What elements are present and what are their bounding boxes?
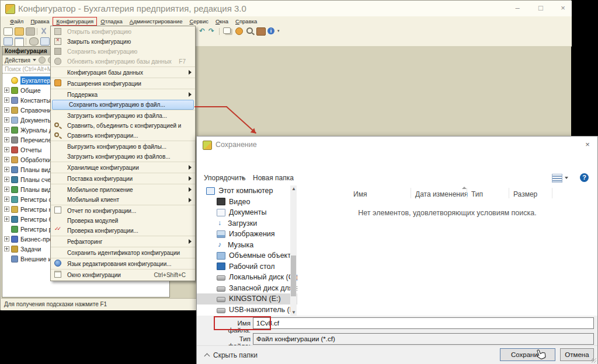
menu-item[interactable]: Сохранить конфигурацию xyxy=(51,47,195,57)
cut-icon[interactable] xyxy=(40,27,48,34)
menu-bar-item[interactable]: Окна xyxy=(212,17,232,26)
scroll-up-icon[interactable]: ▲ xyxy=(291,187,295,191)
column-header-type[interactable]: Тип xyxy=(471,190,483,198)
nav-scrollbar[interactable]: ▲ ▼ xyxy=(290,186,297,316)
filename-input[interactable]: 1Cv8.cf xyxy=(253,317,594,329)
menu-item[interactable]: Проверка модулей xyxy=(51,216,195,226)
menu-item[interactable]: Сохранить идентификатор конфигурации в ф… xyxy=(51,247,195,258)
help-icon[interactable]: ? xyxy=(580,173,589,182)
menu-bar-item[interactable]: Сервис xyxy=(186,17,212,26)
menu-item[interactable]: Обновить конфигурацию базы данных F7 xyxy=(51,57,195,66)
menu-item[interactable]: Хранилище конфигурации xyxy=(51,162,195,173)
menu-bar-item[interactable]: Администрирование xyxy=(126,17,186,26)
menu-item[interactable]: Поставка конфигурации xyxy=(51,173,195,184)
maximize-button[interactable]: □ xyxy=(532,3,550,13)
expand-icon[interactable] xyxy=(4,197,9,202)
menu-item[interactable]: Мобильное приложение xyxy=(51,184,195,195)
expand-icon[interactable] xyxy=(4,236,9,242)
scroll-down-icon[interactable]: ▼ xyxy=(291,310,295,314)
expand-icon[interactable] xyxy=(4,127,9,132)
nav-item[interactable]: Документы xyxy=(197,207,297,218)
expand-icon[interactable] xyxy=(4,177,9,182)
menu-item[interactable]: Сравнить, объединить с конфигурацией из … xyxy=(51,121,195,131)
minimize-button[interactable]: – xyxy=(509,3,526,13)
resize-grip[interactable] xyxy=(592,358,596,363)
view-mode-icon[interactable] xyxy=(552,174,562,183)
users-icon[interactable] xyxy=(235,27,243,35)
nav-item[interactable]: Видео xyxy=(197,197,297,208)
undo-icon[interactable]: ↶ xyxy=(199,27,205,34)
menu-item[interactable]: Загрузить конфигурацию из файлов... xyxy=(51,152,195,162)
nav-item[interactable]: Рабочий стол xyxy=(197,261,297,272)
menu-item[interactable]: Выгрузить конфигурацию в файлы... xyxy=(51,141,195,152)
menu-item[interactable]: Отчет по конфигурации... xyxy=(51,205,195,216)
cancel-button[interactable]: Отмена xyxy=(560,348,594,361)
menu-item[interactable]: Загрузить конфигурацию из файла... xyxy=(51,110,195,121)
menu-item[interactable]: Поддержка xyxy=(51,89,195,100)
menu-item[interactable]: Мобильный клиент xyxy=(51,195,195,205)
expand-icon[interactable] xyxy=(4,216,9,222)
expand-icon[interactable] xyxy=(4,117,9,123)
syntax-check-icon[interactable] xyxy=(246,27,253,34)
expand-icon[interactable] xyxy=(4,157,9,162)
expand-icon[interactable] xyxy=(4,88,9,93)
expand-icon[interactable] xyxy=(4,167,9,172)
view-mode-dropdown-icon[interactable] xyxy=(565,177,568,179)
table-window-icon[interactable] xyxy=(40,37,50,46)
menu-item[interactable]: Сравнить конфигурации... xyxy=(51,131,195,141)
nav-item[interactable]: Музыка xyxy=(197,240,297,251)
menu-bar-item[interactable]: Отладка xyxy=(97,17,126,26)
expand-icon[interactable] xyxy=(4,187,9,192)
hide-folders-button[interactable]: Скрыть папки xyxy=(205,351,258,359)
database-icon[interactable] xyxy=(29,37,39,46)
window-icon[interactable] xyxy=(15,37,24,47)
expand-icon[interactable] xyxy=(4,246,9,251)
nav-item[interactable]: USB-накопитель (I:) xyxy=(197,304,297,316)
toolbar-overflow-icon[interactable]: ▾ xyxy=(277,29,286,36)
new-folder-button[interactable]: Новая папка xyxy=(253,174,294,182)
menu-item[interactable]: Закрыть конфигурацию xyxy=(51,37,195,47)
expand-icon[interactable] xyxy=(4,206,9,212)
redo-icon[interactable]: ↷ xyxy=(208,27,214,34)
add-icon[interactable] xyxy=(39,57,46,64)
nav-item[interactable]: KINGSTON (E:) xyxy=(197,293,297,304)
info-icon[interactable]: i xyxy=(267,27,274,34)
menu-bar-item[interactable]: Файл xyxy=(6,17,27,26)
column-header-date[interactable]: Дата изменения xyxy=(415,190,468,198)
menu-item[interactable]: Рефакторинг xyxy=(51,236,195,247)
scroll-thumb[interactable] xyxy=(291,256,296,296)
nav-item[interactable]: Объемные объекты xyxy=(197,250,297,261)
organize-button[interactable]: Упорядочить xyxy=(204,174,245,182)
cascade-windows-icon[interactable] xyxy=(223,27,231,34)
column-header-name[interactable]: Имя xyxy=(353,190,367,198)
dialog-close-button[interactable]: × xyxy=(581,140,594,149)
menu-item[interactable]: Окно конфигурации Ctrl+Shift+C xyxy=(51,269,195,280)
menu-bar-item[interactable]: Конфигурация xyxy=(53,17,97,26)
table-icon[interactable] xyxy=(4,37,13,46)
expand-icon[interactable] xyxy=(4,147,9,152)
menu-item[interactable]: Проверка конфигурации... xyxy=(51,226,195,236)
menu-item[interactable]: Расширения конфигурации xyxy=(51,78,195,89)
expand-icon[interactable] xyxy=(4,137,9,142)
nav-item[interactable]: Загрузки xyxy=(197,218,297,229)
help-book-icon[interactable] xyxy=(256,27,266,36)
expand-icon[interactable] xyxy=(4,107,9,113)
filetype-select[interactable]: Файл конфигурации (*.cf) xyxy=(253,333,594,345)
menu-bar-item[interactable]: Правка xyxy=(27,17,53,26)
menu-item[interactable]: Сохранить конфигурацию в файл... xyxy=(52,100,194,110)
actions-dropdown-icon[interactable] xyxy=(33,59,36,61)
save-icon[interactable] xyxy=(26,27,35,36)
menu-item[interactable]: Конфигурация базы данных xyxy=(51,66,195,78)
column-header-size[interactable]: Размер xyxy=(513,190,537,198)
menu-item[interactable]: Открыть конфигурацию xyxy=(51,27,195,37)
menu-bar-item[interactable]: Справка xyxy=(232,17,260,26)
expand-icon[interactable] xyxy=(4,97,9,103)
organize-dropdown-icon[interactable] xyxy=(241,177,245,180)
menu-item[interactable]: Язык редактирования конфигурации... xyxy=(51,258,195,269)
nav-item[interactable]: Локальный диск (C:) xyxy=(197,272,297,283)
actions-button[interactable]: Действия xyxy=(5,57,30,64)
open-icon[interactable] xyxy=(15,27,24,36)
nav-item[interactable]: Этот компьютер xyxy=(197,186,297,197)
nav-item[interactable]: Изображения xyxy=(197,229,297,240)
new-document-icon[interactable] xyxy=(4,27,13,36)
